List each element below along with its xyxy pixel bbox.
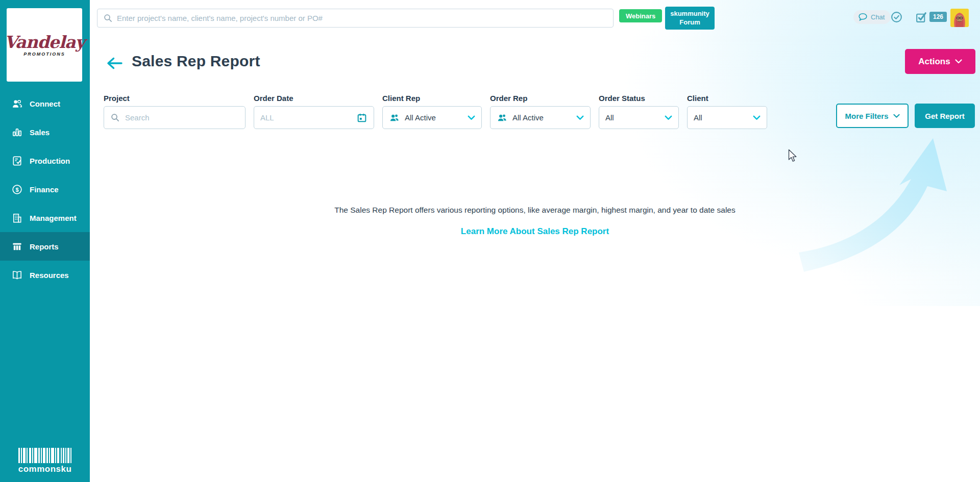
order-rep-value: All Active	[512, 113, 576, 122]
check-circle-icon[interactable]	[890, 11, 903, 26]
sidebar-item-management[interactable]: Management	[0, 204, 90, 232]
filter-label: Project	[104, 94, 246, 103]
filters-row: Project Order Date Client Rep All Active…	[104, 94, 767, 129]
chat-button-label: Chat	[871, 13, 885, 21]
bar-chart-icon	[11, 126, 23, 138]
calendar-icon[interactable]	[356, 112, 368, 123]
client-value: All	[694, 113, 753, 122]
forum-button-line2: Forum	[679, 18, 700, 26]
corner-gradient-decor	[582, 0, 980, 306]
chat-bubble-icon	[857, 12, 868, 22]
search-icon	[110, 113, 120, 122]
actions-button[interactable]: Actions	[905, 49, 975, 74]
report-description: The Sales Rep Report offers various repo…	[90, 206, 980, 215]
project-search-input[interactable]	[125, 113, 239, 122]
chevron-down-icon	[468, 115, 475, 120]
tasks-check-icon[interactable]	[915, 11, 927, 26]
open-book-icon	[11, 269, 23, 281]
filter-order-rep: Order Rep All Active	[490, 94, 591, 129]
more-filters-label: More Filters	[845, 112, 888, 120]
sidebar-item-finance[interactable]: $ Finance	[0, 175, 90, 204]
filter-label: Order Status	[599, 94, 679, 103]
global-search-input[interactable]	[97, 9, 613, 27]
svg-text:$: $	[15, 186, 18, 192]
sidebar-item-label: Management	[30, 214, 77, 222]
filter-order-date: Order Date	[254, 94, 374, 129]
filter-label: Order Date	[254, 94, 374, 103]
global-search	[97, 9, 614, 28]
filter-client-rep: Client Rep All Active	[382, 94, 482, 129]
sidebar-item-label: Connect	[30, 99, 60, 108]
building-icon	[11, 212, 23, 224]
sidebar-item-label: Finance	[30, 185, 59, 194]
sidebar-item-connect[interactable]: Connect	[0, 89, 90, 118]
page-title: Sales Rep Report	[132, 53, 260, 70]
sidebar-item-label: Reports	[30, 242, 59, 251]
barcode-icon	[18, 448, 71, 463]
filter-label: Client Rep	[382, 94, 482, 103]
sidebar-item-reports[interactable]: Reports	[0, 232, 90, 261]
client-select[interactable]: All	[687, 106, 767, 129]
notification-count-badge[interactable]: 126	[929, 12, 947, 22]
chevron-down-icon	[753, 115, 761, 120]
commonsku-logo[interactable]: commonsku	[0, 448, 90, 474]
clipboard-check-icon	[11, 155, 23, 167]
filter-label: Client	[687, 94, 767, 103]
sidebar-item-label: Resources	[30, 271, 69, 280]
chevron-down-icon	[893, 114, 900, 118]
dollar-circle-icon: $	[11, 183, 23, 195]
client-rep-select[interactable]: All Active	[382, 106, 482, 129]
sidebar-nav: Connect Sales Production $ Finance Manag…	[0, 89, 90, 289]
chevron-down-icon	[955, 59, 962, 64]
sidebar-item-resources[interactable]: Resources	[0, 261, 90, 289]
decorative-swoosh-arrow-icon	[799, 124, 962, 277]
people-icon	[497, 112, 507, 123]
sidebar-item-label: Production	[30, 157, 70, 165]
filter-project: Project	[104, 94, 246, 129]
order-rep-select[interactable]: All Active	[490, 106, 591, 129]
order-date-field	[254, 106, 374, 129]
back-arrow-button[interactable]	[105, 56, 124, 72]
order-status-select[interactable]: All	[599, 106, 679, 129]
chevron-down-icon	[665, 115, 672, 120]
order-date-input[interactable]	[260, 113, 356, 122]
webinars-button[interactable]: Webinars	[619, 9, 662, 22]
search-icon	[103, 13, 113, 25]
filter-client: Client All	[687, 94, 767, 129]
sidebar-item-label: Sales	[30, 128, 50, 137]
learn-more-link[interactable]: Learn More About Sales Rep Report	[461, 226, 609, 236]
more-filters-button[interactable]: More Filters	[836, 104, 909, 128]
sidebar-item-production[interactable]: Production	[0, 146, 90, 175]
filter-label: Order Rep	[490, 94, 591, 103]
tenant-logo[interactable]: Vandelay PROMOTIONS	[7, 8, 82, 82]
commonsku-wordmark: commonsku	[0, 464, 90, 474]
filter-order-status: Order Status All	[599, 94, 679, 129]
sidebar: Vandelay PROMOTIONS Connect Sales Produc…	[0, 0, 90, 482]
chevron-down-icon	[576, 115, 584, 120]
project-search-field	[104, 106, 246, 129]
get-report-button[interactable]: Get Report	[915, 104, 975, 128]
actions-button-label: Actions	[918, 57, 950, 67]
order-status-value: All	[605, 113, 665, 122]
sidebar-item-sales[interactable]: Sales	[0, 118, 90, 146]
report-chart-icon	[11, 240, 23, 252]
tenant-logo-primary-text: Vandelay	[4, 34, 84, 50]
forum-button-line1: skummunity	[670, 10, 709, 17]
client-rep-value: All Active	[405, 113, 468, 122]
tenant-logo-secondary-text: PROMOTIONS	[23, 52, 65, 57]
chat-button[interactable]: Chat	[853, 10, 891, 24]
people-icon	[389, 112, 400, 123]
mouse-cursor	[788, 149, 799, 163]
user-avatar[interactable]	[950, 9, 969, 27]
skummunity-forum-button[interactable]: skummunityForum	[665, 7, 715, 30]
people-icon	[11, 97, 23, 110]
